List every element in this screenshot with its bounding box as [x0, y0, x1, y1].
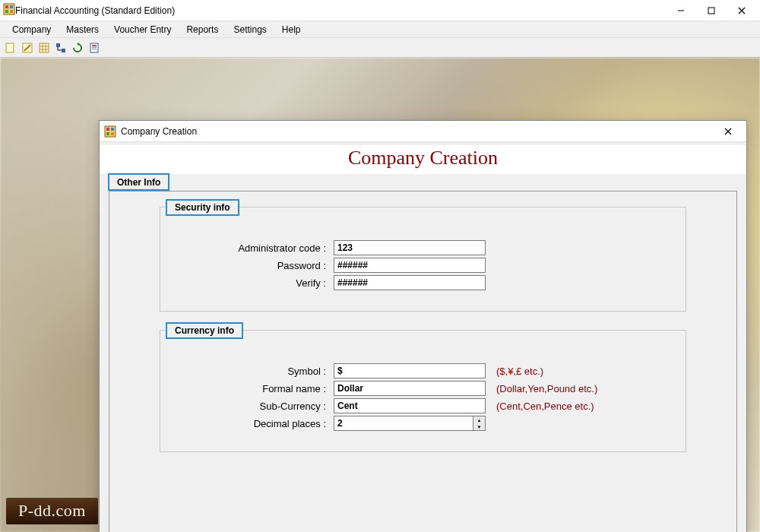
sub-currency-hint: (Cent,Cen,Pence etc.) — [496, 401, 594, 412]
toolbar — [0, 38, 760, 58]
svg-rect-30 — [111, 132, 114, 135]
svg-rect-2 — [10, 5, 13, 8]
sub-currency-label: Sub-Currency : — [176, 401, 334, 412]
menu-reports[interactable]: Reports — [179, 22, 226, 37]
tree-icon[interactable] — [53, 40, 68, 55]
dialog-body: Company Creation Other Info Security inf… — [100, 142, 746, 532]
currency-info-group: Currency info Symbol : ($,¥,£ etc.) Form… — [160, 330, 686, 452]
svg-rect-24 — [92, 47, 97, 48]
svg-rect-28 — [111, 128, 114, 131]
decimal-places-spinner: ▲ ▼ — [334, 416, 486, 431]
symbol-hint: ($,¥,£ etc.) — [496, 366, 543, 377]
minimize-button[interactable] — [666, 2, 696, 20]
svg-rect-12 — [40, 43, 49, 52]
title-bar: Financial Accounting (Standard Edition) — [0, 0, 760, 21]
verify-label: Verify : — [176, 277, 334, 289]
symbol-input[interactable] — [334, 363, 486, 378]
security-legend: Security info — [166, 200, 239, 215]
svg-rect-18 — [62, 49, 65, 52]
menu-voucher-entry[interactable]: Voucher Entry — [106, 22, 179, 37]
tab-panel: Security info Administrator code : Passw… — [109, 191, 737, 532]
window-controls — [666, 2, 757, 20]
decimal-places-input[interactable] — [334, 416, 473, 431]
svg-rect-25 — [92, 49, 97, 49]
menu-bar: Company Masters Voucher Entry Reports Se… — [0, 21, 760, 38]
tab-strip: Other Info — [109, 174, 737, 191]
spinner-down-button[interactable]: ▼ — [473, 423, 485, 430]
close-button[interactable] — [727, 2, 757, 20]
svg-rect-3 — [5, 10, 8, 13]
decimal-places-label: Decimal places : — [176, 418, 334, 429]
svg-rect-29 — [106, 132, 109, 135]
edit-icon[interactable] — [20, 40, 35, 55]
app-icon — [3, 3, 15, 17]
svg-rect-9 — [6, 43, 14, 52]
menu-settings[interactable]: Settings — [226, 22, 274, 37]
verify-input[interactable] — [334, 275, 486, 290]
svg-rect-17 — [56, 43, 60, 47]
currency-legend: Currency info — [166, 323, 242, 338]
client-area: P-dd.com Company Creation Company Creati… — [0, 58, 760, 532]
formal-name-input[interactable] — [334, 381, 486, 396]
new-file-icon[interactable] — [3, 40, 18, 55]
tab-other-info[interactable]: Other Info — [109, 174, 169, 190]
refresh-icon[interactable] — [70, 40, 85, 55]
window-title: Financial Accounting (Standard Edition) — [15, 5, 666, 16]
svg-rect-4 — [10, 10, 13, 13]
menu-masters[interactable]: Masters — [59, 22, 106, 37]
svg-rect-27 — [106, 128, 109, 131]
dialog-heading: Company Creation — [100, 145, 746, 174]
watermark-logo: P-dd.com — [6, 498, 98, 524]
password-input[interactable] — [334, 258, 486, 273]
sub-currency-input[interactable] — [334, 398, 486, 413]
admin-code-input[interactable] — [334, 240, 486, 255]
password-label: Password : — [176, 260, 334, 271]
dialog-title: Company Creation — [121, 126, 714, 137]
company-creation-dialog: Company Creation Company Creation Other … — [99, 120, 747, 532]
dialog-title-bar: Company Creation — [100, 121, 746, 142]
spinner-up-button[interactable]: ▲ — [473, 416, 485, 423]
svg-rect-6 — [708, 8, 714, 14]
formal-name-hint: (Dollar,Yen,Pound etc.) — [496, 383, 597, 394]
tab-container: Other Info Security info Administrator c… — [109, 174, 737, 532]
svg-rect-23 — [92, 45, 97, 46]
formal-name-label: Formal name : — [176, 383, 334, 394]
dialog-icon — [104, 125, 116, 138]
report-icon[interactable] — [87, 40, 102, 55]
security-info-group: Security info Administrator code : Passw… — [160, 207, 686, 312]
admin-code-label: Administrator code : — [176, 242, 334, 254]
symbol-label: Symbol : — [176, 366, 334, 377]
menu-help[interactable]: Help — [274, 22, 309, 37]
grid-icon[interactable] — [36, 40, 52, 55]
menu-company[interactable]: Company — [5, 22, 59, 37]
svg-rect-1 — [5, 5, 8, 8]
maximize-button[interactable] — [696, 2, 727, 20]
dialog-close-button[interactable] — [714, 123, 742, 140]
main-window: Financial Accounting (Standard Edition) … — [0, 0, 760, 532]
